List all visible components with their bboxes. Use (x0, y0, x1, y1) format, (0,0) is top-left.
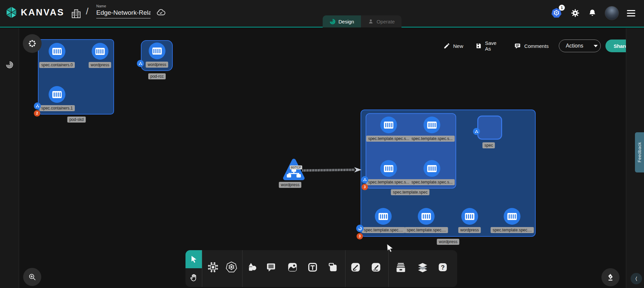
node-label: wordpress (89, 62, 111, 68)
image-tool[interactable] (285, 260, 300, 275)
pen-nib-button[interactable] (601, 268, 620, 286)
zoom-search-button[interactable] (23, 268, 41, 286)
hierarchy-badge-icon[interactable] (473, 128, 480, 135)
node-label: spec.template.spec.s... (410, 179, 455, 185)
container-icon (380, 160, 397, 177)
pen-tool[interactable] (348, 260, 363, 275)
error-count-badge[interactable]: 2 (34, 110, 40, 117)
sticky-note-tool[interactable] (325, 260, 341, 275)
breadcrumb-separator: / (86, 6, 89, 17)
node-label: spec.template.spec.s... (366, 136, 412, 142)
node-label: spec.template.spec.s... (410, 136, 455, 142)
node-label: wordpress (458, 227, 481, 233)
tab-operate-label: Operate (377, 19, 395, 24)
drawer-archive-tool[interactable] (393, 260, 409, 275)
container-node-deploy-0[interactable]: spec.template.spec.... (362, 208, 405, 233)
collapse-right-panel-button[interactable]: 〈 (631, 273, 642, 284)
comment-tool[interactable] (263, 260, 279, 275)
tab-operate[interactable]: Operate (361, 15, 401, 27)
feedback-tab[interactable]: Feedback (635, 132, 644, 172)
container-icon (49, 86, 65, 103)
left-rail: 〉 (0, 28, 19, 288)
meshery-spiral-icon[interactable] (5, 61, 14, 69)
group-label-pod-rcc: pod-rcc (148, 73, 166, 79)
flower-resource-icon[interactable] (23, 34, 42, 53)
hierarchy-badge-icon[interactable] (361, 176, 368, 183)
feedback-label: Feedback (637, 142, 642, 162)
comments-button[interactable]: Comments (514, 42, 549, 50)
design-name-input[interactable]: Edge-Network-Relatio (96, 9, 151, 18)
container-icon (418, 208, 435, 225)
layers-tool[interactable] (415, 260, 430, 275)
design-name-field[interactable]: Name Edge-Network-Relatio (96, 4, 151, 18)
top-bar: KANVAS / Name Edge-Network-Relatio (0, 0, 644, 27)
brand-name: KANVAS (21, 7, 64, 18)
select-arrow-icon (190, 255, 198, 263)
hierarchy-badge-icon[interactable] (34, 102, 41, 110)
new-button[interactable]: New (443, 43, 463, 49)
container-node-wordpress-1[interactable]: wordpress (89, 43, 111, 68)
container-node-deploy-1[interactable]: spec.template.spec.... (405, 208, 448, 233)
pan-tool-button[interactable] (185, 268, 202, 287)
new-pencil-icon (443, 43, 450, 49)
comments-label: Comments (524, 43, 549, 49)
container-icon (49, 43, 65, 60)
container-icon (424, 160, 440, 177)
settings-gear-icon[interactable] (571, 8, 580, 18)
components-chip-tool[interactable] (205, 260, 221, 275)
container-node-wordpress-rcc[interactable]: wordpress (146, 43, 168, 68)
container-node-deploy-wordpress[interactable]: wordpress (458, 208, 481, 233)
container-node-spec-containers-0[interactable]: spec.containers.0 (39, 43, 75, 68)
kanvas-logo[interactable]: KANVAS (5, 5, 64, 19)
service-edge[interactable] (299, 165, 366, 175)
container-icon (504, 208, 521, 225)
new-label: New (453, 43, 463, 49)
container-node-spec-containers-1[interactable]: spec.containers.1 (39, 86, 75, 111)
kubernetes-context-button[interactable]: 1 (550, 7, 562, 19)
spiral-badge-icon[interactable] (356, 225, 364, 232)
container-node-template-1[interactable]: spec.template.spec.s... (410, 117, 455, 142)
toolbar-divider (202, 250, 202, 287)
group-label-spec-template-spec: spec.template.spec (391, 189, 429, 195)
kubernetes-tool[interactable] (224, 260, 239, 275)
save-as-button[interactable]: Save As (475, 40, 502, 52)
menu-hamburger-icon[interactable] (627, 10, 635, 16)
shapes-tool[interactable] (245, 260, 260, 275)
canvas-toolbar: ? (185, 250, 457, 287)
node-label: spec.template.spec.... (405, 227, 448, 233)
container-node-template-0[interactable]: spec.template.spec.s... (366, 117, 412, 142)
spec-node[interactable] (477, 116, 502, 140)
pencil-draw-tool[interactable] (368, 260, 384, 275)
node-label: wordpress (146, 62, 168, 68)
text-tool[interactable] (305, 260, 320, 275)
node-label: spec.template.spec.s... (366, 179, 412, 185)
container-node-template-3[interactable]: spec.template.spec.s... (410, 160, 455, 185)
error-count-badge[interactable]: 3 (357, 233, 363, 239)
service-triangle-node[interactable] (283, 158, 305, 182)
node-label: spec.containers.0 (39, 62, 75, 68)
context-count-badge: 1 (559, 5, 565, 11)
service-node-label: wordpress (279, 182, 301, 188)
user-avatar[interactable] (605, 6, 619, 20)
building-icon[interactable] (70, 7, 82, 20)
container-icon (92, 43, 108, 60)
notifications-bell-icon[interactable] (588, 9, 597, 17)
select-tool-button[interactable] (185, 250, 202, 268)
error-count-badge[interactable]: 3 (362, 184, 368, 190)
comments-icon (514, 42, 521, 50)
actions-dropdown[interactable]: Actions (559, 40, 601, 52)
actions-caret-icon[interactable] (589, 44, 601, 48)
container-icon (461, 208, 478, 225)
svg-text:?: ? (441, 264, 444, 271)
save-floppy-icon (475, 43, 482, 49)
cloud-saved-icon (155, 7, 167, 17)
container-node-template-2[interactable]: spec.template.spec.s... (366, 160, 412, 185)
tab-design[interactable]: Design (323, 15, 361, 27)
help-tool[interactable]: ? (435, 260, 450, 275)
container-icon (424, 117, 440, 133)
hand-icon (190, 273, 198, 282)
container-node-deploy-3[interactable]: spec.template.spec.... (491, 208, 534, 233)
hierarchy-badge-icon[interactable] (137, 60, 144, 67)
kanvas-hexagon-icon (5, 5, 18, 19)
operate-person-icon (368, 18, 374, 25)
